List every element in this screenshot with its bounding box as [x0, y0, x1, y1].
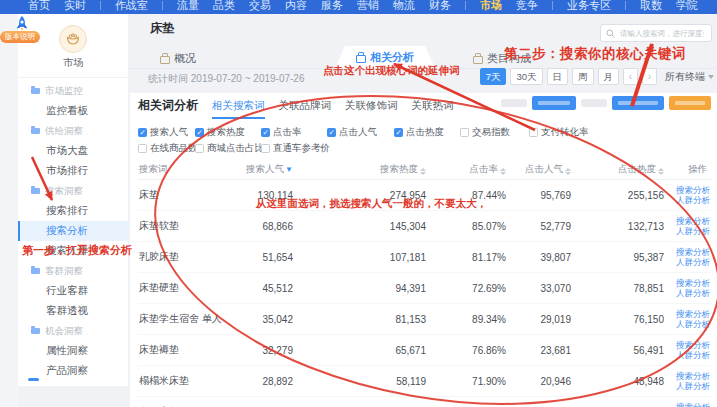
column-header-search-popularity[interactable]: 搜索人气▼ — [236, 160, 294, 180]
nav-item-academy[interactable]: 学院 — [676, 0, 698, 13]
tab-category-composition[interactable]: 类目构成 — [473, 49, 531, 68]
ctr-cell: 71.90% — [427, 366, 507, 397]
nav-item-data-fetch[interactable]: 取数 — [640, 0, 662, 13]
range-button-7d[interactable]: 7天 — [480, 68, 507, 85]
search-heat-cell: 145,304 — [294, 211, 427, 242]
sidebar-group-label: 供给洞察 — [45, 125, 83, 138]
folder-icon — [31, 128, 40, 134]
subtab-brand-words[interactable]: 关联品牌词 — [279, 99, 332, 119]
sidebar-scroll-indicator[interactable] — [28, 378, 39, 381]
sidebar-group-search-insight[interactable]: 搜索洞察 — [18, 181, 128, 201]
nav-item-marketing[interactable]: 营销 — [357, 0, 379, 13]
nav-item-category[interactable]: 品类 — [213, 0, 235, 13]
nav-item-home[interactable]: 首页 — [28, 0, 50, 13]
click-popularity-cell: 20,946 — [507, 366, 572, 397]
sidebar-group-customer-insight[interactable]: 客群洞察 — [18, 261, 128, 281]
subtab-related-search-words[interactable]: 相关搜索词 — [212, 99, 265, 119]
range-button-week[interactable]: 周 — [572, 68, 594, 85]
column-header-ctr[interactable]: 点击率 — [427, 160, 507, 180]
folder-icon — [31, 188, 40, 194]
search-analysis-link[interactable]: 搜索分析 — [676, 340, 710, 351]
tab-overview[interactable]: 概况 — [160, 49, 196, 68]
search-analysis-link[interactable]: 搜索分析 — [676, 402, 710, 407]
search-analysis-link[interactable]: 搜索分析 — [676, 185, 710, 196]
nav-item-traffic[interactable]: 流量 — [177, 0, 199, 13]
next-period-button[interactable]: › — [642, 68, 657, 85]
toolbar-warning-button[interactable] — [669, 96, 711, 110]
table-row: 床垫软垫 68,866 145,304 85.07% 52,779 132,71… — [138, 211, 711, 242]
metric-checkbox-payment-conversion[interactable]: 支付转化率 — [529, 126, 713, 139]
version-notes-badge[interactable]: 版本说明 — [0, 31, 40, 43]
sidebar-item-search-analysis[interactable]: 搜索分析 — [18, 221, 128, 241]
sidebar-item-monitor-board[interactable]: 监控看板 — [18, 101, 128, 121]
sidebar-item-market-ranking[interactable]: 市场排行 — [18, 161, 128, 181]
date-range-controls: 7天 30天 日 周 月 ‹ › 所有终端 — [480, 68, 714, 85]
tab-related-analysis[interactable]: 相关分析 — [335, 46, 435, 68]
terminal-filter-dropdown[interactable]: 所有终端 — [665, 70, 714, 84]
sidebar-group-market-monitor[interactable]: 市场监控 — [18, 81, 128, 101]
search-analysis-link[interactable]: 搜索分析 — [676, 247, 710, 258]
metric-checkbox-online-products[interactable]: 在线商品数 — [138, 142, 195, 155]
metric-checkbox-row-2: 在线商品数 商城点击占比 直通车参考价 — [138, 142, 713, 155]
nav-item-business-zone[interactable]: 业务专区 — [567, 0, 611, 13]
nav-item-realtime[interactable]: 实时 — [64, 0, 86, 13]
toolbar-primary-button-2[interactable] — [612, 96, 664, 110]
nav-item-market[interactable]: 市场 — [480, 0, 502, 13]
audience-analysis-link[interactable]: 人群分析 — [676, 288, 710, 299]
folder-icon — [31, 268, 40, 274]
audience-analysis-link[interactable]: 人群分析 — [676, 350, 710, 361]
range-button-30d[interactable]: 30天 — [510, 68, 542, 85]
checkbox-unchecked-icon — [529, 128, 538, 137]
audience-analysis-link[interactable]: 人群分析 — [676, 381, 710, 392]
range-button-month[interactable]: 月 — [598, 68, 620, 85]
prev-period-button[interactable]: ‹ — [623, 68, 638, 85]
audience-analysis-link[interactable]: 人群分析 — [676, 226, 710, 237]
column-header-search-heat[interactable]: 搜索热度 — [294, 160, 427, 180]
nav-item-warroom[interactable]: 作战室 — [115, 0, 148, 13]
search-analysis-link[interactable]: 搜索分析 — [676, 216, 710, 227]
page-title-keyword: 床垫 — [150, 20, 174, 37]
column-header-click-heat[interactable]: 点击热度 — [572, 160, 665, 180]
tab-bar: 概况 相关分析 类目构成 — [128, 46, 717, 69]
keyword-cell: 乳胶床垫 — [138, 242, 236, 273]
sidebar-item-search-ranking[interactable]: 搜索排行 — [18, 201, 128, 221]
metric-label: 直通车参考价 — [273, 142, 330, 155]
nav-item-service[interactable]: 服务 — [321, 0, 343, 13]
metric-checkbox-search-heat[interactable]: 搜索热度 — [195, 126, 261, 139]
metric-checkbox-click-heat[interactable]: 点击热度 — [394, 126, 460, 139]
column-header-click-popularity[interactable]: 点击人气 — [507, 160, 572, 180]
sidebar-item-customer-profile[interactable]: 客群透视 — [18, 301, 128, 321]
card-toolbar — [501, 96, 711, 110]
search-analysis-link[interactable]: 搜索分析 — [676, 371, 710, 382]
sidebar-item-attribute-insight[interactable]: 属性洞察 — [18, 341, 128, 361]
audience-analysis-link[interactable]: 人群分析 — [676, 257, 710, 268]
range-button-day[interactable]: 日 — [547, 68, 569, 85]
search-analysis-link[interactable]: 搜索分析 — [676, 278, 710, 289]
sidebar-group-opportunity-insight[interactable]: 机会洞察 — [18, 321, 128, 341]
sidebar-item-search-audience[interactable]: 搜索人群 — [18, 241, 128, 261]
related-words-card: 相关词分析 相关搜索词 关联品牌词 关联修饰词 关联热词 搜索人气 搜索热度 点… — [130, 93, 717, 407]
nav-item-finance[interactable]: 财务 — [429, 0, 451, 13]
metric-checkbox-ctr[interactable]: 点击率 — [261, 126, 327, 139]
search-input[interactable] — [618, 28, 706, 39]
keyword-cell: 床垫硬垫 — [138, 273, 236, 304]
metric-checkbox-search-popularity[interactable]: 搜索人气 — [138, 126, 195, 139]
metric-checkbox-mall-click-share[interactable]: 商城点击占比 — [195, 142, 261, 155]
nav-item-content[interactable]: 内容 — [285, 0, 307, 13]
audience-analysis-link[interactable]: 人群分析 — [676, 319, 710, 330]
audience-analysis-link[interactable]: 人群分析 — [676, 195, 710, 206]
sidebar-item-industry-customers[interactable]: 行业客群 — [18, 281, 128, 301]
metric-checkbox-click-popularity[interactable]: 点击人气 — [327, 126, 394, 139]
search-analysis-link[interactable]: 搜索分析 — [676, 309, 710, 320]
sidebar-item-market-overview[interactable]: 市场大盘 — [18, 141, 128, 161]
sidebar-group-supply-insight[interactable]: 供给洞察 — [18, 121, 128, 141]
metric-checkbox-ztc-reference-price[interactable]: 直通车参考价 — [261, 142, 327, 155]
subtab-modifier-words[interactable]: 关联修饰词 — [345, 99, 398, 119]
nav-item-competition[interactable]: 竞争 — [516, 0, 538, 13]
subtab-hot-words[interactable]: 关联热词 — [412, 99, 454, 119]
checkbox-checked-icon — [327, 128, 336, 137]
nav-item-logistics[interactable]: 物流 — [393, 0, 415, 13]
toolbar-primary-button-1[interactable] — [532, 96, 576, 110]
nav-item-trade[interactable]: 交易 — [249, 0, 271, 13]
metric-checkbox-trade-index[interactable]: 交易指数 — [460, 126, 529, 139]
